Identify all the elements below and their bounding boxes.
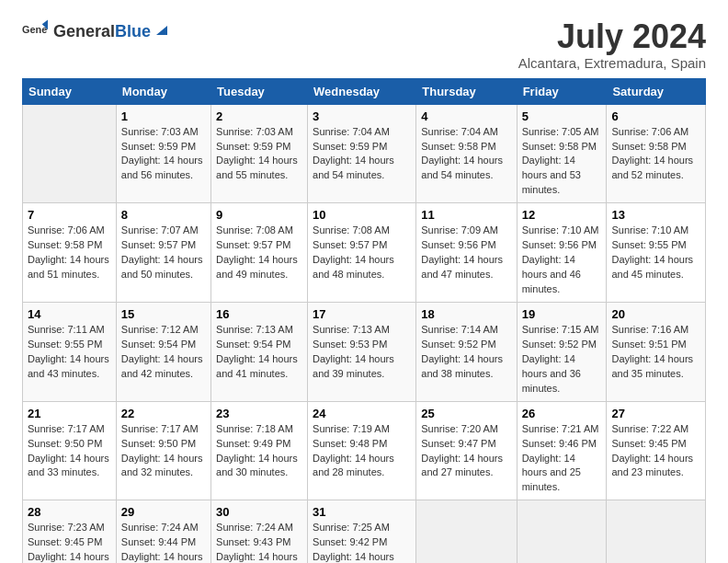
logo-icon: General <box>22 18 48 44</box>
calendar-week-row: 1Sunrise: 7:03 AMSunset: 9:59 PMDaylight… <box>23 104 706 203</box>
day-number: 10 <box>313 208 411 222</box>
day-number: 28 <box>28 505 111 519</box>
day-number: 4 <box>421 109 511 123</box>
day-info: Sunrise: 7:05 AMSunset: 9:58 PMDaylight:… <box>522 125 602 199</box>
calendar-cell: 13Sunrise: 7:10 AMSunset: 9:55 PMDayligh… <box>607 203 706 303</box>
day-info: Sunrise: 7:23 AMSunset: 9:45 PMDaylight:… <box>28 521 111 563</box>
day-number: 5 <box>522 109 602 123</box>
day-info: Sunrise: 7:16 AMSunset: 9:51 PMDaylight:… <box>611 323 700 382</box>
day-number: 13 <box>611 208 700 222</box>
logo-blue: Blue <box>115 22 151 41</box>
calendar-body: 1Sunrise: 7:03 AMSunset: 9:59 PMDaylight… <box>23 104 706 563</box>
day-number: 31 <box>313 505 411 519</box>
day-number: 11 <box>421 208 511 222</box>
day-number: 20 <box>611 307 700 321</box>
calendar-cell <box>607 500 706 563</box>
calendar-header-saturday: Saturday <box>607 78 706 104</box>
logo-general: General <box>53 22 115 41</box>
calendar-cell: 8Sunrise: 7:07 AMSunset: 9:57 PMDaylight… <box>116 203 210 303</box>
day-number: 26 <box>522 407 602 420</box>
calendar-cell <box>416 500 517 563</box>
day-info: Sunrise: 7:08 AMSunset: 9:57 PMDaylight:… <box>313 224 411 282</box>
calendar-cell: 20Sunrise: 7:16 AMSunset: 9:51 PMDayligh… <box>607 302 706 401</box>
calendar-cell: 2Sunrise: 7:03 AMSunset: 9:59 PMDaylight… <box>211 104 308 203</box>
calendar-header-wednesday: Wednesday <box>308 78 416 104</box>
calendar-header-thursday: Thursday <box>416 78 517 104</box>
calendar-week-row: 7Sunrise: 7:06 AMSunset: 9:58 PMDaylight… <box>23 203 706 303</box>
day-number: 30 <box>216 505 302 519</box>
calendar-cell: 18Sunrise: 7:14 AMSunset: 9:52 PMDayligh… <box>416 302 517 401</box>
day-info: Sunrise: 7:14 AMSunset: 9:52 PMDaylight:… <box>421 323 511 382</box>
day-info: Sunrise: 7:10 AMSunset: 9:55 PMDaylight:… <box>611 224 700 282</box>
day-info: Sunrise: 7:07 AMSunset: 9:57 PMDaylight:… <box>121 224 206 282</box>
day-info: Sunrise: 7:24 AMSunset: 9:43 PMDaylight:… <box>216 521 302 563</box>
calendar-cell: 17Sunrise: 7:13 AMSunset: 9:53 PMDayligh… <box>308 302 416 401</box>
day-number: 21 <box>28 407 111 420</box>
calendar-table: SundayMondayTuesdayWednesdayThursdayFrid… <box>22 78 706 563</box>
day-number: 18 <box>421 307 511 321</box>
calendar-week-row: 28Sunrise: 7:23 AMSunset: 9:45 PMDayligh… <box>23 500 706 563</box>
logo: General General Blue <box>22 18 167 44</box>
day-number: 25 <box>421 407 511 420</box>
calendar-cell: 16Sunrise: 7:13 AMSunset: 9:54 PMDayligh… <box>211 302 308 401</box>
day-number: 27 <box>611 407 700 420</box>
day-info: Sunrise: 7:10 AMSunset: 9:56 PMDaylight:… <box>522 224 602 297</box>
day-info: Sunrise: 7:22 AMSunset: 9:45 PMDaylight:… <box>611 422 700 481</box>
logo-triangle-icon <box>153 22 167 37</box>
calendar-cell: 7Sunrise: 7:06 AMSunset: 9:58 PMDaylight… <box>23 203 117 303</box>
day-info: Sunrise: 7:24 AMSunset: 9:44 PMDaylight:… <box>121 521 206 563</box>
day-info: Sunrise: 7:12 AMSunset: 9:54 PMDaylight:… <box>121 323 206 382</box>
calendar-cell: 14Sunrise: 7:11 AMSunset: 9:55 PMDayligh… <box>23 302 117 401</box>
day-info: Sunrise: 7:13 AMSunset: 9:54 PMDaylight:… <box>216 323 302 382</box>
calendar-cell <box>517 500 607 563</box>
calendar-cell: 11Sunrise: 7:09 AMSunset: 9:56 PMDayligh… <box>416 203 517 303</box>
calendar-header-tuesday: Tuesday <box>211 78 308 104</box>
calendar-header-row: SundayMondayTuesdayWednesdayThursdayFrid… <box>23 78 706 104</box>
day-info: Sunrise: 7:06 AMSunset: 9:58 PMDaylight:… <box>28 224 111 282</box>
day-number: 16 <box>216 307 302 321</box>
day-number: 23 <box>216 407 302 420</box>
calendar-cell: 15Sunrise: 7:12 AMSunset: 9:54 PMDayligh… <box>116 302 210 401</box>
calendar-cell: 28Sunrise: 7:23 AMSunset: 9:45 PMDayligh… <box>23 500 117 563</box>
day-info: Sunrise: 7:25 AMSunset: 9:42 PMDaylight:… <box>313 521 411 563</box>
calendar-cell: 9Sunrise: 7:08 AMSunset: 9:57 PMDaylight… <box>211 203 308 303</box>
calendar-cell: 12Sunrise: 7:10 AMSunset: 9:56 PMDayligh… <box>517 203 607 303</box>
calendar-cell: 10Sunrise: 7:08 AMSunset: 9:57 PMDayligh… <box>308 203 416 303</box>
day-info: Sunrise: 7:04 AMSunset: 9:59 PMDaylight:… <box>313 125 411 184</box>
calendar-cell: 25Sunrise: 7:20 AMSunset: 9:47 PMDayligh… <box>416 401 517 500</box>
calendar-cell: 30Sunrise: 7:24 AMSunset: 9:43 PMDayligh… <box>211 500 308 563</box>
day-info: Sunrise: 7:11 AMSunset: 9:55 PMDaylight:… <box>28 323 111 382</box>
day-info: Sunrise: 7:09 AMSunset: 9:56 PMDaylight:… <box>421 224 511 282</box>
calendar-cell: 1Sunrise: 7:03 AMSunset: 9:59 PMDaylight… <box>116 104 210 203</box>
day-info: Sunrise: 7:17 AMSunset: 9:50 PMDaylight:… <box>121 422 206 481</box>
calendar-cell: 29Sunrise: 7:24 AMSunset: 9:44 PMDayligh… <box>116 500 210 563</box>
calendar-cell: 6Sunrise: 7:06 AMSunset: 9:58 PMDaylight… <box>607 104 706 203</box>
calendar-cell: 23Sunrise: 7:18 AMSunset: 9:49 PMDayligh… <box>211 401 308 500</box>
calendar-header-monday: Monday <box>116 78 210 104</box>
calendar-cell: 22Sunrise: 7:17 AMSunset: 9:50 PMDayligh… <box>116 401 210 500</box>
day-number: 7 <box>28 208 111 222</box>
calendar-header-sunday: Sunday <box>23 78 117 104</box>
calendar-cell: 19Sunrise: 7:15 AMSunset: 9:52 PMDayligh… <box>517 302 607 401</box>
day-number: 9 <box>216 208 302 222</box>
day-info: Sunrise: 7:04 AMSunset: 9:58 PMDaylight:… <box>421 125 511 184</box>
calendar-cell: 27Sunrise: 7:22 AMSunset: 9:45 PMDayligh… <box>607 401 706 500</box>
calendar-cell: 24Sunrise: 7:19 AMSunset: 9:48 PMDayligh… <box>308 401 416 500</box>
day-number: 17 <box>313 307 411 321</box>
day-number: 6 <box>611 109 700 123</box>
calendar-header-friday: Friday <box>517 78 607 104</box>
day-info: Sunrise: 7:17 AMSunset: 9:50 PMDaylight:… <box>28 422 111 481</box>
day-info: Sunrise: 7:08 AMSunset: 9:57 PMDaylight:… <box>216 224 302 282</box>
calendar-week-row: 14Sunrise: 7:11 AMSunset: 9:55 PMDayligh… <box>23 302 706 401</box>
calendar-cell: 4Sunrise: 7:04 AMSunset: 9:58 PMDaylight… <box>416 104 517 203</box>
page-title: July 2024 <box>518 18 706 55</box>
calendar-cell: 31Sunrise: 7:25 AMSunset: 9:42 PMDayligh… <box>308 500 416 563</box>
day-info: Sunrise: 7:03 AMSunset: 9:59 PMDaylight:… <box>216 125 302 184</box>
day-info: Sunrise: 7:19 AMSunset: 9:48 PMDaylight:… <box>313 422 411 481</box>
day-number: 14 <box>28 307 111 321</box>
day-number: 15 <box>121 307 206 321</box>
title-block: July 2024 Alcantara, Extremadura, Spain <box>518 18 706 71</box>
day-info: Sunrise: 7:13 AMSunset: 9:53 PMDaylight:… <box>313 323 411 382</box>
day-number: 2 <box>216 109 302 123</box>
day-number: 8 <box>121 208 206 222</box>
